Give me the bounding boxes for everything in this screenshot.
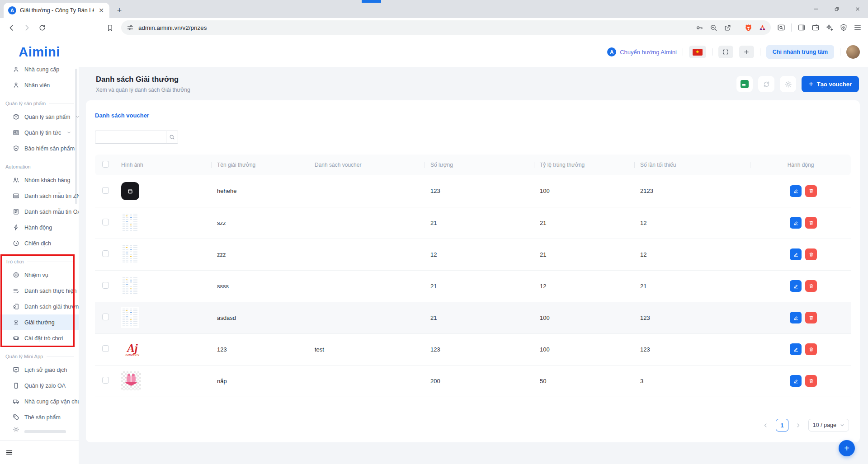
- password-key-icon[interactable]: [696, 24, 703, 32]
- search-button[interactable]: [166, 131, 178, 144]
- sidebar-item-th-s-n-ph-m[interactable]: Thẻ sản phẩm: [0, 409, 79, 425]
- refresh-button[interactable]: [758, 76, 774, 92]
- page-subtitle: Xem và quản lý danh sách Giải thưởng: [96, 87, 190, 93]
- cube-icon: [13, 113, 19, 120]
- section-label-text: Automation: [5, 164, 31, 169]
- minimize-button[interactable]: [806, 0, 826, 18]
- sidebar-item-nh-cung-c-p-v-n-chu[interactable]: Nhà cung cấp vận chu...: [0, 394, 79, 409]
- close-window-button[interactable]: [847, 0, 868, 18]
- language-flag-button[interactable]: ★: [689, 46, 706, 58]
- edit-button[interactable]: [790, 248, 802, 260]
- search-input[interactable]: [95, 131, 166, 144]
- row-checkbox[interactable]: [102, 314, 109, 320]
- settings-button[interactable]: [780, 76, 796, 92]
- delete-button[interactable]: [805, 312, 817, 323]
- sidebar-item-nh-n-vi-n[interactable]: Nhân viên: [0, 77, 79, 93]
- wallet-icon[interactable]: [811, 23, 820, 32]
- row-checkbox[interactable]: [102, 377, 109, 384]
- news-icon: [13, 129, 19, 136]
- share-icon[interactable]: [724, 24, 731, 32]
- section-label-text: Trò chơi: [5, 259, 24, 264]
- edit-button[interactable]: [790, 185, 802, 197]
- sidebar-item-h-nh-ng[interactable]: Hành động: [0, 220, 79, 235]
- sidebar-item-nhi-m-v[interactable]: Nhiệm vụ: [0, 267, 79, 283]
- sidebar-item-b-o-hi-m-s-n-ph-m[interactable]: Bảo hiểm sản phẩm: [0, 141, 79, 156]
- branch-selector-button[interactable]: Chi nhánh trung tâm: [766, 45, 834, 59]
- sidebar-item-chi-n-d-ch[interactable]: Chiến dịch: [0, 235, 79, 251]
- url-text[interactable]: admin.aimini.vn/v2/prizes: [138, 24, 691, 31]
- edit-button[interactable]: [790, 217, 802, 229]
- row-checkbox[interactable]: [102, 219, 109, 225]
- sidebar-item[interactable]: [0, 425, 79, 433]
- row-checkbox[interactable]: [102, 282, 109, 289]
- sidebar-item-label: Danh sách thực hiện: [24, 288, 76, 294]
- sidebar-item-nh-cung-c-p[interactable]: Nhà cung cấp: [0, 67, 79, 77]
- edit-button[interactable]: [790, 280, 802, 292]
- row-checkbox[interactable]: [102, 250, 109, 257]
- delete-button[interactable]: [805, 343, 817, 355]
- delete-button[interactable]: [805, 280, 817, 292]
- floating-add-button[interactable]: +: [839, 440, 855, 456]
- redirect-aimini-link[interactable]: A Chuyển hướng Aimini: [607, 47, 677, 56]
- edit-button[interactable]: [790, 343, 802, 355]
- clockdial-icon: [13, 240, 19, 247]
- restore-button[interactable]: [826, 0, 847, 18]
- sidebar-item-qu-n-l-tin-t-c[interactable]: Quản lý tin tức: [0, 125, 79, 141]
- delete-button[interactable]: [805, 375, 817, 387]
- sidebar-item-qu-n-l-zalo-oa[interactable]: Quản lý zalo OA: [0, 378, 79, 394]
- collapse-menu-icon[interactable]: [5, 449, 13, 456]
- back-button[interactable]: [5, 21, 18, 34]
- prev-page-button[interactable]: [760, 420, 771, 431]
- row-checkbox[interactable]: [102, 345, 109, 352]
- site-settings-icon[interactable]: [127, 24, 134, 31]
- tab-close-icon[interactable]: ✕: [98, 7, 105, 14]
- brave-shields-icon[interactable]: [745, 24, 752, 32]
- page-number[interactable]: 1: [776, 419, 788, 431]
- trash-icon: [808, 220, 814, 226]
- search-tabs-icon[interactable]: [777, 23, 785, 32]
- vpn-shield-icon[interactable]: [840, 23, 848, 32]
- create-voucher-button[interactable]: +Tạo voucher: [802, 76, 859, 92]
- pencil-icon: [793, 252, 799, 258]
- browser-tab[interactable]: A Giải thưởng - Công Ty Bán Lẻ ✕: [4, 3, 109, 18]
- brave-rewards-icon[interactable]: [759, 24, 766, 32]
- url-bar[interactable]: admin.aimini.vn/v2/prizes: [121, 20, 771, 35]
- sidebar-item-danh-s-ch-gi-i-th-ng[interactable]: Danh sách giải thưởng: [0, 299, 79, 314]
- sidebar-item-danh-s-ch-th-c-hi-n[interactable]: Danh sách thực hiện: [0, 283, 79, 299]
- delete-button[interactable]: [805, 248, 817, 260]
- sidebar-toggle-icon[interactable]: [797, 23, 806, 32]
- forward-button[interactable]: [20, 21, 33, 34]
- sidebar-item-label: Danh sách mẫu tin ZNS: [24, 193, 79, 199]
- sidebar-item-nh-m-kh-ch-h-ng[interactable]: Nhóm khách hàng: [0, 172, 79, 188]
- edit-button[interactable]: [790, 375, 802, 387]
- sidebar-item-danh-s-ch-m-u-tin-zns[interactable]: Danh sách mẫu tin ZNS: [0, 188, 79, 204]
- menu-icon[interactable]: [854, 23, 862, 32]
- new-tab-button[interactable]: +: [113, 4, 126, 17]
- table-row: zzz122112: [95, 239, 851, 270]
- fullscreen-button[interactable]: [718, 46, 733, 58]
- page-size-select[interactable]: 10 / page: [808, 419, 849, 431]
- toolbar-divider: [791, 23, 792, 32]
- zoom-out-icon[interactable]: [710, 24, 717, 32]
- row-checkbox[interactable]: [102, 187, 109, 194]
- delete-button[interactable]: [805, 217, 817, 229]
- sidebar-item-danh-s-ch-m-u-tin-oa[interactable]: Danh sách mẫu tin OA: [0, 204, 79, 220]
- row-checkbox-cell: [95, 365, 116, 397]
- select-all-checkbox[interactable]: [102, 161, 109, 168]
- next-page-button[interactable]: [793, 420, 804, 431]
- sidebar-item-l-ch-s-giao-d-ch[interactable]: Lịch sử giao dịch: [0, 362, 79, 378]
- edit-button[interactable]: [790, 312, 802, 323]
- bookmark-icon[interactable]: [103, 21, 117, 34]
- sidebar-section-label: Trò chơi: [0, 256, 79, 267]
- add-button[interactable]: [739, 46, 754, 58]
- export-excel-button[interactable]: [736, 76, 753, 92]
- voucher-list-tab[interactable]: Danh sách voucher: [95, 112, 149, 119]
- ai-sparkle-icon[interactable]: [826, 23, 834, 32]
- sidebar-item-qu-n-l-s-n-ph-m[interactable]: Quản lý sản phẩm: [0, 109, 79, 125]
- reload-button[interactable]: [35, 21, 49, 34]
- delete-button[interactable]: [805, 185, 817, 197]
- sidebar-item-c-i-t-tr-ch-i[interactable]: Cài đặt trò chơi: [0, 330, 79, 346]
- sidebar-item-gi-i-th-ng[interactable]: Giải thưởng: [0, 314, 79, 330]
- user-avatar[interactable]: [846, 45, 860, 59]
- cell-prize-name: 123: [212, 333, 309, 365]
